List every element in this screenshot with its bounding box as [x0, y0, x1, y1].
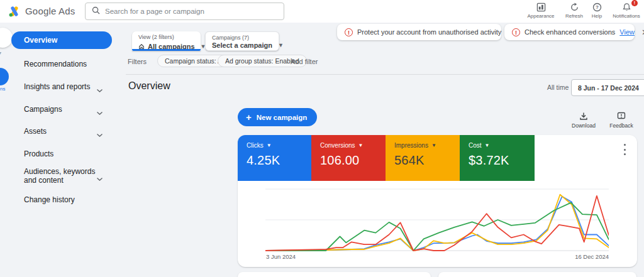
- metric-label: Cost: [469, 142, 482, 149]
- date-range-picker[interactable]: 8 Jun - 17 Dec 2024 ▼: [571, 79, 644, 96]
- campaign-selector[interactable]: Campaigns (7) Select a campaign ▼: [205, 31, 279, 51]
- card-more-options-icon[interactable]: [619, 143, 630, 156]
- new-campaign-button[interactable]: + New campaign: [238, 108, 317, 126]
- caret-down-icon: ▼: [485, 143, 490, 148]
- page-title: Overview: [128, 80, 170, 92]
- rail-campaigns-icon[interactable]: [0, 68, 9, 85]
- sidebar-overview-label: Overview: [24, 36, 57, 45]
- campaign-selector-label: Campaigns (7): [212, 35, 274, 41]
- metric-value: $3.72K: [469, 153, 535, 168]
- caret-down-icon: ▼: [431, 143, 436, 148]
- appearance-button[interactable]: Appearance: [524, 2, 558, 19]
- chevron-down-icon[interactable]: [96, 84, 104, 89]
- chevron-down-icon[interactable]: [96, 129, 104, 134]
- metric-tile-impressions[interactable]: Impressions▼ 564K: [386, 135, 460, 181]
- alert-icon: !: [345, 28, 353, 36]
- x-axis-start-label: 3 Jun 2024: [266, 253, 296, 260]
- topbar: Google Ads Search for a page or campaign…: [0, 0, 644, 23]
- alert-unauthorised-activity: ! Protect your account from unauthorised…: [337, 24, 501, 40]
- campaign-selector-value: Select a campaign: [212, 41, 272, 49]
- notifications-bell-icon: !: [609, 2, 643, 13]
- view-selector-label: View (2 filters): [138, 34, 196, 40]
- sidebar-item-audiences-keywords-content[interactable]: Audiences, keywords and content: [24, 167, 98, 185]
- download-label: Download: [565, 122, 602, 129]
- date-range-value: 8 Jun - 17 Dec 2024: [578, 84, 639, 92]
- next-card-left-partial: [238, 272, 431, 277]
- svg-text:?: ?: [596, 4, 599, 10]
- alert-enhanced-conversions: ! Check enhanced conversions View ✕: [504, 24, 635, 40]
- chevron-down-icon[interactable]: [96, 107, 104, 112]
- performance-line-chart: [265, 182, 609, 253]
- series-clicks: [265, 197, 609, 251]
- brand-title: Google Ads: [25, 6, 75, 16]
- metric-tile-clicks[interactable]: Clicks▼ 4.25K: [238, 135, 311, 181]
- x-axis-end-label: 16 Dec 2024: [546, 253, 609, 260]
- google-ads-logo-icon: [8, 5, 21, 20]
- search-input[interactable]: Search for a page or campaign: [85, 3, 284, 20]
- appearance-label: Appearance: [524, 13, 558, 19]
- rail-caret-icon: ▾: [0, 50, 1, 56]
- google-ads-app: Google Ads Search for a page or campaign…: [0, 0, 644, 277]
- sidebar-item-recommendations[interactable]: Recommendations: [24, 60, 112, 68]
- metric-value: 564K: [394, 153, 460, 168]
- alert-text: Protect your account from unauthorised a…: [357, 28, 501, 36]
- metric-label: Clicks: [247, 142, 264, 149]
- alert-text: Check enhanced conversions: [525, 28, 615, 36]
- view-selector-active-underline: [132, 49, 201, 51]
- help-icon: ?: [580, 2, 614, 13]
- filters-label: Filters: [128, 58, 147, 65]
- notification-badge: !: [631, 0, 638, 6]
- caret-down-icon: ▼: [358, 143, 364, 148]
- search-placeholder: Search for a page or campaign: [105, 8, 204, 15]
- metric-label: Impressions: [394, 142, 428, 149]
- time-label: All time: [547, 84, 569, 91]
- feedback-label: Feedback: [602, 122, 640, 129]
- metric-tile-cost[interactable]: Cost▼ $3.72K: [460, 135, 535, 181]
- metric-value: 106.00: [320, 153, 386, 168]
- metric-value: 4.25K: [247, 153, 311, 168]
- help-button[interactable]: ? Help: [580, 2, 614, 19]
- series-impressions: [265, 195, 609, 251]
- next-card-right-partial: [438, 272, 636, 277]
- metric-label: Conversions: [320, 142, 355, 149]
- close-icon[interactable]: ✕: [641, 28, 644, 37]
- alert-view-link[interactable]: View: [619, 28, 635, 36]
- rail-avatar-partial[interactable]: [0, 28, 13, 48]
- add-filter-button[interactable]: Add filter: [291, 58, 318, 65]
- notifications-label: Notifications: [609, 13, 643, 19]
- sidebar-item-change-history[interactable]: Change history: [24, 195, 112, 204]
- search-icon: [92, 6, 100, 17]
- rail-partial-label: ns: [0, 86, 5, 92]
- feedback-button[interactable]: Feedback: [602, 111, 640, 129]
- caret-down-icon: ▼: [278, 42, 284, 48]
- help-label: Help: [580, 13, 614, 19]
- view-selector[interactable]: View (2 filters) All campaigns ▼: [132, 31, 201, 51]
- download-button[interactable]: Download: [565, 111, 602, 129]
- chevron-down-icon[interactable]: [96, 173, 104, 178]
- notifications-button[interactable]: ! Notifications: [609, 2, 643, 19]
- section-divider: [126, 74, 644, 75]
- sidebar-item-products[interactable]: Products: [24, 149, 112, 158]
- new-campaign-label: New campaign: [257, 114, 308, 121]
- plus-icon: +: [246, 112, 252, 122]
- download-icon: [565, 111, 602, 121]
- feedback-icon: [602, 111, 640, 121]
- appearance-icon: [524, 2, 558, 13]
- caret-down-icon: ▼: [267, 143, 272, 148]
- alert-icon: !: [512, 28, 520, 36]
- sidebar-item-overview[interactable]: Overview: [11, 31, 112, 49]
- metric-tile-conversions[interactable]: Conversions▼ 106.00: [311, 135, 386, 181]
